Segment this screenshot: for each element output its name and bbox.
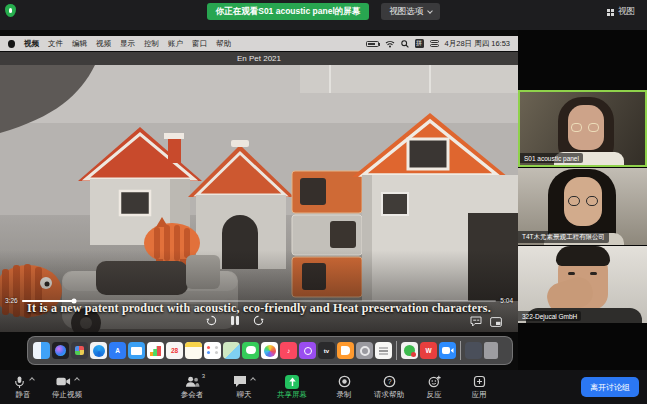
dock-separator xyxy=(460,341,461,360)
mail-icon xyxy=(128,342,145,359)
video-options-caret[interactable] xyxy=(74,377,80,383)
chat-bubble-icon xyxy=(233,375,247,388)
participants-icon xyxy=(185,375,200,388)
reactions-smiley-icon xyxy=(428,375,441,388)
dock: A 28 ♪ tv W xyxy=(27,336,513,365)
finder-icon xyxy=(33,342,50,359)
meeting-topbar: 你正在观看S01 acoustic panel的屏幕 视图选项 视图 xyxy=(0,0,647,30)
wifi-icon xyxy=(385,40,395,48)
video-player-window: En Pet 2021 xyxy=(0,52,518,332)
participant-video-1[interactable]: S01 acoustic panel xyxy=(518,90,647,167)
safari-icon xyxy=(90,342,107,359)
textedit-icon xyxy=(375,342,392,359)
menu-app: 视频 xyxy=(24,39,39,49)
photos-icon xyxy=(261,342,278,359)
duration-time: 5:04 xyxy=(500,297,513,304)
ask-for-help-button[interactable]: ? 请求帮助 xyxy=(374,375,404,400)
record-button[interactable]: 录制 xyxy=(329,375,359,400)
seek-bar-knob xyxy=(71,298,76,303)
participants-strip: S01 acoustic panel T4T木元素景观工程有限公司 322-De… xyxy=(518,30,647,370)
view-label: 视图 xyxy=(618,6,635,18)
video-title: En Pet 2021 xyxy=(0,52,518,65)
shared-screen: 视频 文件 编辑 视频 显示 控制 账户 窗口 帮助 拼 4月28日 周四 16… xyxy=(0,30,518,370)
view-button[interactable]: 视图 xyxy=(601,5,641,19)
rewind-icon xyxy=(206,315,217,326)
grid-view-icon xyxy=(607,9,614,16)
participant-video-3[interactable]: 322-Dejucal GmbH xyxy=(518,246,647,323)
microphone-icon xyxy=(13,375,26,389)
apple-tv-icon: tv xyxy=(318,342,335,359)
wps-icon: W xyxy=(420,342,437,359)
watching-screen-banner: 你正在观看S01 acoustic panel的屏幕 xyxy=(207,3,370,20)
pause-icon xyxy=(231,316,239,325)
elapsed-time: 3:26 xyxy=(5,297,18,304)
trash-icon xyxy=(484,342,498,359)
svg-text:?: ? xyxy=(387,377,391,386)
books-icon xyxy=(337,342,354,359)
participant-name: S01 acoustic panel xyxy=(520,153,583,163)
chat-options-caret[interactable] xyxy=(250,377,256,383)
participant-video-2[interactable]: T4T木元素景观工程有限公司 xyxy=(518,168,647,245)
reminders-icon xyxy=(204,342,221,359)
share-screen-icon xyxy=(285,375,299,389)
apps-icon xyxy=(473,375,486,388)
camera-icon xyxy=(56,375,71,388)
menu-help: 帮助 xyxy=(216,39,231,49)
menu-edit: 编辑 xyxy=(72,39,87,49)
system-preferences-icon xyxy=(356,342,373,359)
zoom-meeting-window: 你正在观看S01 acoustic panel的屏幕 视图选项 视图 视频 文件… xyxy=(0,0,647,404)
caption-bubble-icon xyxy=(470,316,482,327)
menu-view: 显示 xyxy=(120,39,135,49)
reactions-button[interactable]: 反应 xyxy=(419,375,449,400)
participants-button[interactable]: 3 参会者 xyxy=(177,375,207,400)
app-store-icon: A xyxy=(109,342,126,359)
record-icon xyxy=(338,375,351,388)
menu-file: 文件 xyxy=(48,39,63,49)
participant-name: T4T木元素景观工程有限公司 xyxy=(518,231,609,243)
input-method-icon: 拼 xyxy=(415,39,424,48)
menu-window: 窗口 xyxy=(192,39,207,49)
mac-menubar: 视频 文件 编辑 视频 显示 控制 账户 窗口 帮助 拼 4月28日 周四 16… xyxy=(0,36,518,51)
control-center-icon xyxy=(430,40,439,47)
leave-breakout-button[interactable]: 离开讨论组 xyxy=(581,377,639,397)
battery-icon xyxy=(366,41,379,47)
help-icon: ? xyxy=(383,375,396,388)
video-scene xyxy=(0,65,518,332)
browser-icon xyxy=(401,342,418,359)
podcasts-icon xyxy=(299,342,316,359)
dock-separator xyxy=(396,341,397,360)
calendar-icon: 28 xyxy=(166,342,183,359)
seek-bar xyxy=(22,300,497,302)
participants-count-badge: 3 xyxy=(202,373,205,379)
apple-logo-icon xyxy=(8,40,15,48)
menu-video: 视频 xyxy=(96,39,111,49)
pip-icon xyxy=(490,317,502,327)
notes-icon xyxy=(185,342,202,359)
stop-video-button[interactable]: 停止视频 xyxy=(52,375,82,400)
meeting-toolbar: 静音 停止视频 3 参会者 xyxy=(0,370,647,404)
menu-account: 账户 xyxy=(168,39,183,49)
menubar-clock: 4月28日 周四 16:53 xyxy=(445,39,510,49)
share-screen-button[interactable]: 共享屏幕 xyxy=(277,375,307,400)
stocks-chart-icon xyxy=(147,342,164,359)
music-icon: ♪ xyxy=(280,342,297,359)
view-options-button[interactable]: 视图选项 xyxy=(381,3,440,20)
downloads-folder-icon xyxy=(465,342,482,359)
participant-3-hair xyxy=(556,246,610,266)
chevron-down-icon xyxy=(427,8,433,14)
seek-bar-played xyxy=(22,300,74,302)
participant-name: 322-Dejucal GmbH xyxy=(518,311,581,321)
menu-control: 控制 xyxy=(144,39,159,49)
mute-button[interactable]: 静音 xyxy=(8,375,38,400)
maps-icon xyxy=(223,342,240,359)
forward-icon xyxy=(253,315,264,326)
wechat-icon xyxy=(242,342,259,359)
mute-options-caret[interactable] xyxy=(29,377,35,383)
chat-button[interactable]: 聊天 xyxy=(229,375,259,400)
launchpad-icon xyxy=(71,342,88,359)
apps-button[interactable]: 应用 xyxy=(464,375,494,400)
spotlight-icon xyxy=(401,40,409,48)
zoom-app-icon xyxy=(439,342,456,359)
siri-icon xyxy=(52,342,69,359)
view-options-label: 视图选项 xyxy=(389,6,423,18)
